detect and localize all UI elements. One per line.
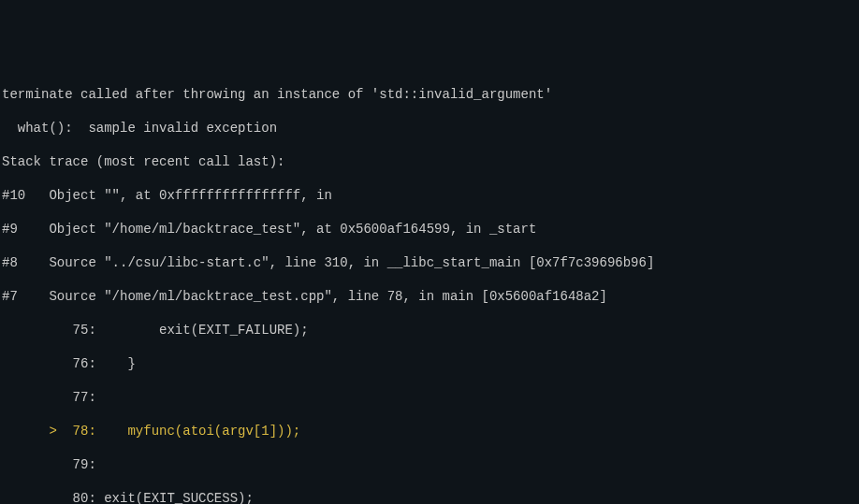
error-header: terminate called after throwing an insta… — [2, 86, 857, 103]
source-line-80: 80: exit(EXIT_SUCCESS); — [2, 490, 857, 504]
frame-7: #7 Source "/home/ml/backtrace_test.cpp",… — [2, 288, 857, 305]
source-line-77: 77: — [2, 389, 857, 406]
frame-8: #8 Source "../csu/libc-start.c", line 31… — [2, 254, 857, 271]
terminal-output: terminate called after throwing an insta… — [2, 69, 857, 504]
frame-10: #10 Object "", at 0xffffffffffffffff, in — [2, 187, 857, 204]
error-what: what(): sample invalid exception — [2, 120, 857, 137]
frame-9: #9 Object "/home/ml/backtrace_test", at … — [2, 221, 857, 238]
source-line-76: 76: } — [2, 355, 857, 372]
source-line-78-highlighted: > 78: myfunc(atoi(argv[1])); — [2, 423, 857, 439]
stack-trace-header: Stack trace (most recent call last): — [2, 153, 857, 170]
source-line-75: 75: exit(EXIT_FAILURE); — [2, 322, 857, 338]
source-line-79: 79: — [2, 456, 857, 473]
